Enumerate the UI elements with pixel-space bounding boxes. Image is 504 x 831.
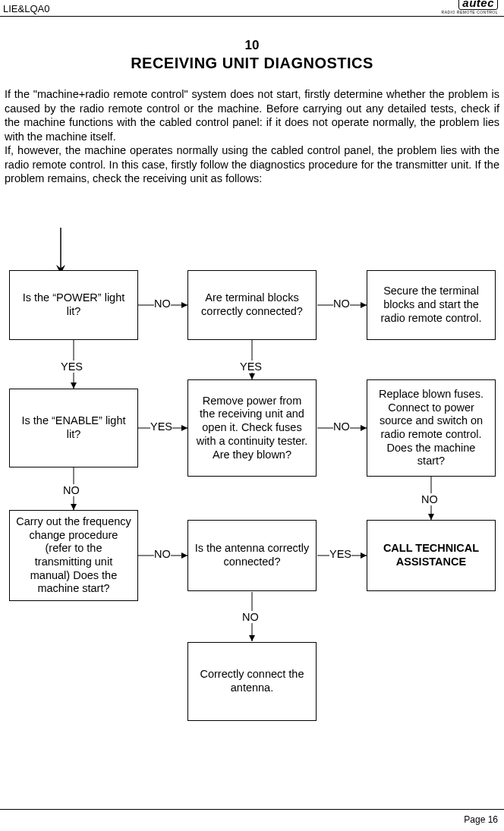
label-yes: YES: [150, 420, 172, 433]
doc-id: LIE&LQA0: [3, 3, 49, 14]
label-no: NO: [242, 611, 259, 623]
page-number: Page 16: [464, 814, 498, 825]
flow-box-fuses: Remove power from the receiving unit and…: [187, 379, 317, 477]
label-no: NO: [63, 484, 80, 496]
flowchart: Is the “POWER” light lit? Are terminal b…: [0, 228, 504, 774]
label-no: NO: [333, 420, 350, 433]
section-title: RECEIVING UNIT DIAGNOSTICS: [0, 55, 504, 72]
label-yes: YES: [61, 360, 83, 373]
label-yes: YES: [240, 360, 262, 373]
flow-box-terminal: Are terminal blocks correctly connected?: [187, 270, 317, 340]
label-no: NO: [154, 548, 171, 560]
body-paragraph-1: If the "machine+radio remote control" sy…: [5, 87, 499, 143]
flow-box-connect: Correctly connect the antenna.: [187, 642, 317, 721]
brand-logo: autec RADIO REMOTE CONTROL: [442, 0, 498, 14]
flow-box-replace: Replace blown fuses. Connect to power so…: [367, 379, 496, 477]
logo-main-text: autec: [458, 0, 498, 10]
body-paragraph-2: If, however, the machine operates normal…: [5, 143, 499, 186]
page-header: LIE&LQA0 autec RADIO REMOTE CONTROL: [0, 0, 504, 17]
flow-box-power: Is the “POWER” light lit?: [9, 270, 138, 340]
flow-box-secure: Secure the terminal blocks and start the…: [367, 270, 496, 340]
section-number: 10: [0, 38, 504, 53]
label-yes: YES: [329, 548, 351, 560]
label-no: NO: [154, 297, 171, 310]
footer-rule: [0, 809, 504, 810]
flow-box-enable: Is the “ENABLE” light lit?: [9, 389, 138, 467]
flow-box-call: CALL TECHNICAL ASSISTANCE: [367, 520, 496, 591]
flow-box-freq: Carry out the frequency change procedure…: [9, 510, 138, 601]
label-no: NO: [421, 493, 438, 505]
logo-sub-text: RADIO REMOTE CONTROL: [442, 11, 498, 14]
flow-box-antenna: Is the antenna correctly connected?: [187, 520, 317, 591]
label-no: NO: [333, 297, 350, 310]
